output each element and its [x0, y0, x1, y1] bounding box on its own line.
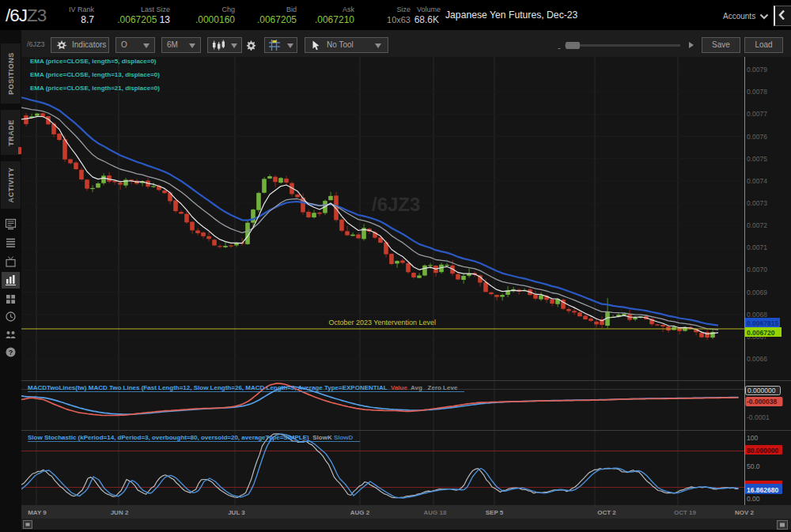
svg-text:0.0079: 0.0079 [747, 66, 767, 74]
svg-text:16.862680: 16.862680 [747, 486, 778, 494]
svg-text:MACDTwoLines(tw) MACD Two Line: MACDTwoLines(tw) MACD Two Lines (Fast Le… [28, 384, 458, 391]
svg-text:0.0069: 0.0069 [747, 289, 767, 296]
svg-text:EMA (price=CLOSE, length=21, d: EMA (price=CLOSE, length=21, displace=0) [30, 85, 160, 92]
svg-text:0.0077: 0.0077 [747, 110, 767, 118]
svg-text:/6JZ3: /6JZ3 [372, 194, 420, 215]
svg-text:?: ? [9, 349, 13, 357]
svg-text:EMA (price=CLOSE, length=13, d: EMA (price=CLOSE, length=13, displace=0) [30, 71, 160, 78]
svg-text:0.0074: 0.0074 [747, 177, 767, 185]
svg-text:October 2023 Yentervention Lev: October 2023 Yentervention Level [328, 319, 436, 326]
svg-text:0.0075: 0.0075 [747, 155, 767, 163]
svg-text:MAY 9: MAY 9 [28, 509, 47, 516]
svg-text:0.0068: 0.0068 [747, 311, 767, 319]
svg-text:NOV 2: NOV 2 [735, 509, 755, 516]
svg-text:0.0066: 0.0066 [747, 355, 767, 363]
svg-text:SEP 5: SEP 5 [486, 509, 504, 516]
svg-text:0.0071: 0.0071 [747, 243, 767, 251]
svg-text:0.0076: 0.0076 [747, 133, 767, 141]
svg-text:AUG 18: AUG 18 [424, 509, 447, 516]
svg-text:0.0072: 0.0072 [747, 221, 767, 229]
svg-text:100: 100 [747, 434, 758, 442]
svg-text:0.006720: 0.006720 [747, 329, 775, 337]
svg-text:OCT 19: OCT 19 [674, 509, 697, 516]
svg-text:50.0: 50.0 [747, 462, 760, 470]
svg-text:0.000000: 0.000000 [747, 387, 776, 394]
svg-text:0.0073: 0.0073 [747, 199, 767, 207]
svg-text:AUG 2: AUG 2 [350, 509, 370, 516]
svg-text:-0.000038: -0.000038 [747, 398, 778, 406]
svg-text:0.0067815: 0.0067815 [747, 319, 778, 327]
svg-text:0.0070: 0.0070 [747, 266, 767, 274]
svg-text:JUL 3: JUL 3 [228, 509, 245, 516]
svg-text:0.0078: 0.0078 [747, 88, 767, 96]
svg-text:JUN 2: JUN 2 [111, 509, 129, 516]
svg-text:EMA (price=CLOSE, length=5, di: EMA (price=CLOSE, length=5, displace=0) [30, 58, 157, 65]
svg-text:-0.0001: -0.0001 [747, 413, 770, 421]
svg-text:OCT 2: OCT 2 [597, 509, 616, 516]
svg-text:Slow Stochastic (kPeriod=14, d: Slow Stochastic (kPeriod=14, dPeriod=3, … [28, 434, 354, 441]
svg-text:80.000000: 80.000000 [747, 447, 778, 455]
svg-text:0.00: 0.00 [747, 495, 760, 503]
